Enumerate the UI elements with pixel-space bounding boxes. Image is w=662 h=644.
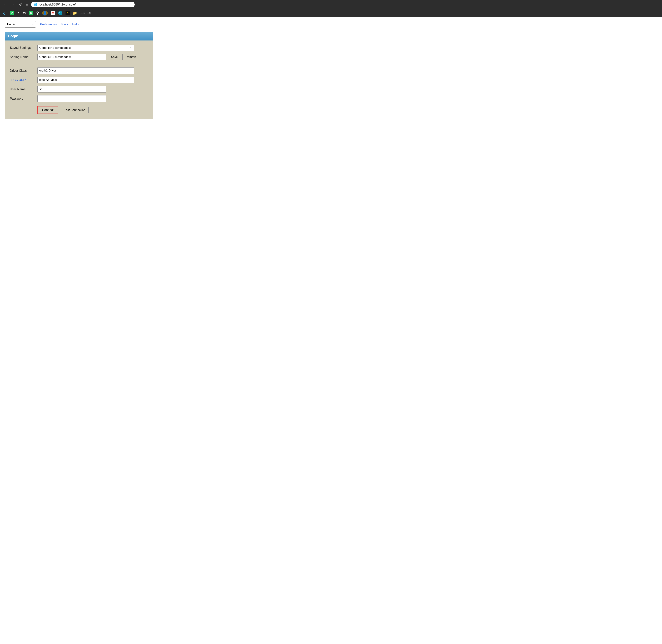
jdbc-url-label: JDBC URL: xyxy=(10,78,38,82)
setting-name-row: Setting Name: Save Remove xyxy=(10,54,148,60)
bookmark-note2[interactable]: ≡v xyxy=(22,11,27,15)
remove-button[interactable]: Remove xyxy=(123,54,140,60)
bookmark-chatgpt[interactable]: G xyxy=(9,11,15,16)
bookmark-github[interactable]: ⚲ xyxy=(36,10,40,16)
bookmark-notion[interactable]: N xyxy=(28,11,34,16)
home-button[interactable]: ⌂ xyxy=(25,2,29,7)
setting-name-label: Setting Name: xyxy=(10,55,38,59)
saved-settings-label: Saved Settings: xyxy=(10,46,38,50)
driver-class-label: Driver Class: xyxy=(10,69,38,72)
bookmarks-bar: ❮_ G ≡ ≡v N ⚲ 👤 M 〜 C 📁 프로그래 xyxy=(0,9,662,17)
save-button[interactable]: Save xyxy=(108,54,121,60)
password-row: Password: xyxy=(10,95,148,102)
jdbc-url-input[interactable] xyxy=(38,77,134,83)
globe-icon: 🌐 xyxy=(34,3,38,6)
saved-settings-select[interactable]: Generic H2 (Embedded) Generic H2 (Server… xyxy=(38,45,134,51)
top-nav: English Korean Japanese Chinese Preferen… xyxy=(5,21,657,27)
connect-button[interactable]: Connect xyxy=(38,106,58,114)
password-input[interactable] xyxy=(38,95,106,102)
bookmark-gmail[interactable]: M xyxy=(50,10,56,16)
user-name-row: User Name: xyxy=(10,86,148,93)
preferences-link[interactable]: Preferences xyxy=(40,23,57,26)
login-header: Login xyxy=(5,32,153,41)
saved-settings-row: Saved Settings: Generic H2 (Embedded) Ge… xyxy=(10,45,148,51)
page-content: English Korean Japanese Chinese Preferen… xyxy=(0,17,662,123)
bookmark-folder[interactable]: 📁 xyxy=(72,11,78,16)
bookmark-teal[interactable]: 〜 xyxy=(58,11,63,16)
login-panel: Login Saved Settings: Generic H2 (Embedd… xyxy=(5,32,153,119)
bookmark-avatar[interactable]: 👤 xyxy=(41,10,48,16)
help-link[interactable]: Help xyxy=(72,23,79,26)
bookmark-terminal[interactable]: ❮_ xyxy=(2,11,8,15)
divider xyxy=(10,64,148,64)
browser-chrome: ← → ↺ ⌂ 🌐 localhost:8080/h2-console/ xyxy=(0,0,662,9)
back-button[interactable]: ← xyxy=(3,2,8,7)
test-connection-button[interactable]: Test Connection xyxy=(61,107,89,113)
connect-row: Connect Test Connection xyxy=(10,106,148,114)
tools-link[interactable]: Tools xyxy=(61,23,68,26)
user-name-label: User Name: xyxy=(10,88,38,91)
forward-button[interactable]: → xyxy=(10,2,16,7)
login-title: Login xyxy=(8,34,19,38)
bookmark-note1[interactable]: ≡ xyxy=(17,11,20,16)
driver-class-input[interactable] xyxy=(38,67,134,74)
address-bar[interactable]: 🌐 localhost:8080/h2-console/ xyxy=(31,2,135,7)
bookmark-c[interactable]: C xyxy=(65,11,70,16)
language-select[interactable]: English Korean Japanese Chinese xyxy=(5,21,36,27)
login-body: Saved Settings: Generic H2 (Embedded) Ge… xyxy=(5,41,153,119)
bookmark-korean[interactable]: 프로그래 xyxy=(80,11,92,15)
password-label: Password: xyxy=(10,97,38,100)
user-name-input[interactable] xyxy=(38,86,106,93)
setting-name-input[interactable] xyxy=(38,54,106,60)
url-text: localhost:8080/h2-console/ xyxy=(39,3,76,6)
jdbc-url-row: JDBC URL: xyxy=(10,77,148,83)
reload-button[interactable]: ↺ xyxy=(18,2,23,7)
driver-class-row: Driver Class: xyxy=(10,67,148,74)
